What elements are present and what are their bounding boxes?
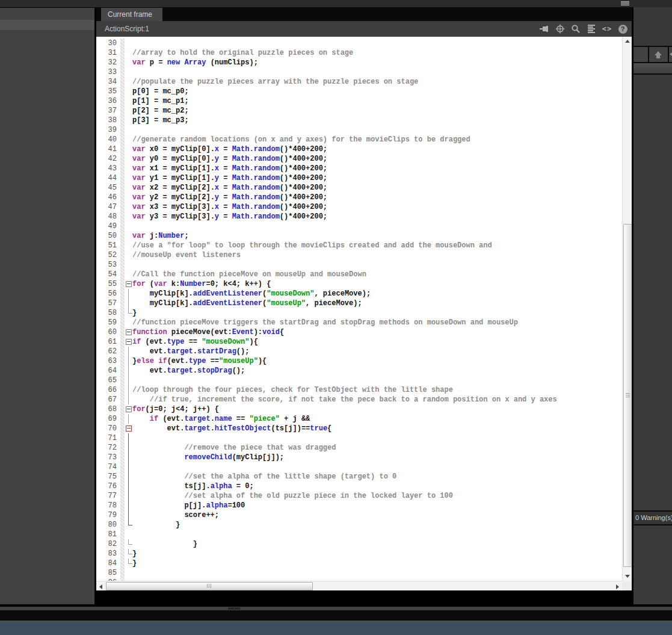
fold-collapse-icon[interactable]: [126, 281, 132, 287]
format-code-icon[interactable]: [586, 23, 597, 34]
code-text[interactable]: evt.target.hitTestObject(ts[j])==true{: [132, 424, 331, 433]
code-text[interactable]: score++;: [132, 510, 219, 520]
fold-margin[interactable]: [125, 510, 132, 520]
code-text[interactable]: }: [132, 520, 180, 530]
scroll-up-arrow[interactable]: [625, 40, 630, 43]
code-line[interactable]: 76 ts[j].alpha = 0;: [96, 482, 622, 491]
code-line[interactable]: 37p[2] = mc_p2;: [96, 106, 622, 116]
code-text[interactable]: p[0] = mc_p0;: [132, 87, 189, 96]
code-text[interactable]: removeChild(myClip[j]);: [132, 453, 284, 462]
code-line[interactable]: 34//populate the puzzle pieces array wit…: [96, 77, 622, 87]
code-text[interactable]: myClip[k].addEventListener("mouseUp", pi…: [132, 299, 362, 308]
code-text[interactable]: var x0 = myClip[0].x = Math.random()*400…: [132, 144, 327, 154]
code-text[interactable]: //set alpha of the old puzzle piece in t…: [132, 491, 453, 501]
fold-margin[interactable]: [125, 347, 132, 356]
fold-margin[interactable]: [125, 106, 132, 116]
vertical-scrollbar[interactable]: [622, 37, 632, 581]
code-text[interactable]: for(j=0; j<4; j++) {: [132, 404, 219, 414]
code-line[interactable]: 42var y0 = myClip[0].y = Math.random()*4…: [96, 154, 622, 164]
code-line[interactable]: 78 p[j].alpha=100: [96, 501, 622, 510]
fold-margin[interactable]: [125, 308, 132, 318]
code-line[interactable]: 72 //remove the piece that was dragged: [96, 443, 622, 453]
fold-margin[interactable]: [125, 366, 132, 376]
fold-margin[interactable]: [125, 270, 132, 279]
code-text[interactable]: evt.target.stopDrag();: [132, 366, 245, 376]
code-text[interactable]: }: [132, 308, 137, 318]
fold-margin[interactable]: [125, 289, 132, 299]
fold-margin[interactable]: [125, 327, 132, 337]
code-text[interactable]: myClip[k].addEventListener("mouseDown", …: [132, 289, 371, 299]
code-text[interactable]: }: [132, 559, 137, 568]
code-line[interactable]: 33: [96, 67, 622, 77]
code-line[interactable]: 74: [96, 462, 622, 472]
fold-collapse-icon[interactable]: [126, 329, 132, 335]
code-line[interactable]: 36p[1] = mc_p1;: [96, 96, 622, 106]
code-line[interactable]: 52//mouseUp event listeners: [96, 250, 622, 260]
code-line[interactable]: 56 myClip[k].addEventListener("mouseDown…: [96, 289, 622, 299]
fold-margin[interactable]: [125, 299, 132, 308]
code-line[interactable]: 49: [96, 221, 622, 231]
code-text[interactable]: //use a "for loop" to loop through the m…: [132, 241, 492, 250]
code-line[interactable]: 53: [96, 260, 622, 270]
fold-margin[interactable]: [125, 77, 132, 87]
left-panel-selected-row[interactable]: [0, 20, 94, 30]
code-line[interactable]: 69 if (evt.target.name == "piece" + j &&: [96, 414, 622, 424]
code-line[interactable]: 30: [96, 39, 622, 48]
fold-margin[interactable]: [125, 231, 132, 241]
code-line[interactable]: 80 }: [96, 520, 622, 530]
code-line[interactable]: 70 evt.target.hitTestObject(ts[j])==true…: [96, 424, 622, 433]
insert-target-path-icon[interactable]: [555, 23, 566, 34]
fold-margin[interactable]: [125, 385, 132, 395]
fold-margin[interactable]: [125, 193, 132, 202]
fold-margin[interactable]: [125, 48, 132, 58]
code-text[interactable]: p[3] = mc_p3;: [132, 116, 189, 125]
fold-margin[interactable]: [125, 241, 132, 250]
resize-grip-dots[interactable]: [229, 607, 240, 610]
code-text[interactable]: }else if(evt.type =="mouseUp"){: [132, 356, 267, 366]
code-line[interactable]: 62 evt.target.startDrag();: [96, 347, 622, 356]
code-line[interactable]: 46var y2 = myClip[2].y = Math.random()*4…: [96, 193, 622, 202]
code-text[interactable]: var x1 = myClip[1].x = Math.random()*400…: [132, 164, 327, 173]
fold-margin[interactable]: [125, 520, 132, 530]
tab-current-frame[interactable]: Current frame: [101, 8, 162, 21]
code-line[interactable]: 48var y3 = myClip[3].y = Math.random()*4…: [96, 212, 622, 221]
code-text[interactable]: var y1 = myClip[1].y = Math.random()*400…: [132, 173, 327, 183]
code-text[interactable]: //remove the piece that was dragged: [132, 443, 336, 453]
fold-margin[interactable]: [125, 125, 132, 135]
horizontal-scrollbar[interactable]: [96, 581, 622, 590]
code-line[interactable]: 71: [96, 433, 622, 443]
code-line[interactable]: 47var x3 = myClip[3].x = Math.random()*4…: [96, 202, 622, 212]
code-line[interactable]: 84}: [96, 559, 622, 568]
code-line[interactable]: 32var p = new Array (numClips);: [96, 58, 622, 67]
code-line[interactable]: 75 //set the alpha of the little shape (…: [96, 472, 622, 482]
code-line[interactable]: 68for(j=0; j<4; j++) {: [96, 404, 622, 414]
fold-margin[interactable]: [125, 144, 132, 154]
fold-margin[interactable]: [125, 202, 132, 212]
code-line[interactable]: 81: [96, 530, 622, 539]
code-text[interactable]: p[2] = mc_p2;: [132, 106, 189, 116]
fold-margin[interactable]: [125, 404, 132, 414]
scroll-left-arrow[interactable]: [99, 584, 102, 589]
code-text[interactable]: p[j].alpha=100: [132, 501, 245, 510]
fold-margin[interactable]: [125, 568, 132, 578]
find-icon[interactable]: [570, 23, 581, 34]
code-line[interactable]: 41var x0 = myClip[0].x = Math.random()*4…: [96, 144, 622, 154]
fold-collapse-icon[interactable]: [126, 406, 132, 412]
code-line[interactable]: 55for (var k:Number=0; k<4; k++) {: [96, 279, 622, 289]
code-text[interactable]: }: [132, 549, 137, 559]
code-text[interactable]: }: [132, 539, 197, 549]
fold-margin[interactable]: [125, 356, 132, 366]
code-text[interactable]: var p = new Array (numClips);: [132, 58, 258, 67]
fold-margin[interactable]: [125, 260, 132, 270]
code-line[interactable]: 38p[3] = mc_p3;: [96, 116, 622, 125]
fold-margin[interactable]: [125, 433, 132, 443]
code-text[interactable]: //loop through the four pieces, check fo…: [132, 385, 453, 395]
fold-margin[interactable]: [125, 154, 132, 164]
code-line[interactable]: 82 }: [96, 539, 622, 549]
fold-collapse-icon[interactable]: [126, 339, 132, 345]
code-text[interactable]: ts[j].alpha = 0;: [132, 482, 254, 491]
code-line[interactable]: 77 //set alpha of the old puzzle piece i…: [96, 491, 622, 501]
code-line[interactable]: 43var x1 = myClip[1].x = Math.random()*4…: [96, 164, 622, 173]
pin-icon[interactable]: [539, 23, 550, 34]
fold-margin[interactable]: [125, 539, 132, 549]
